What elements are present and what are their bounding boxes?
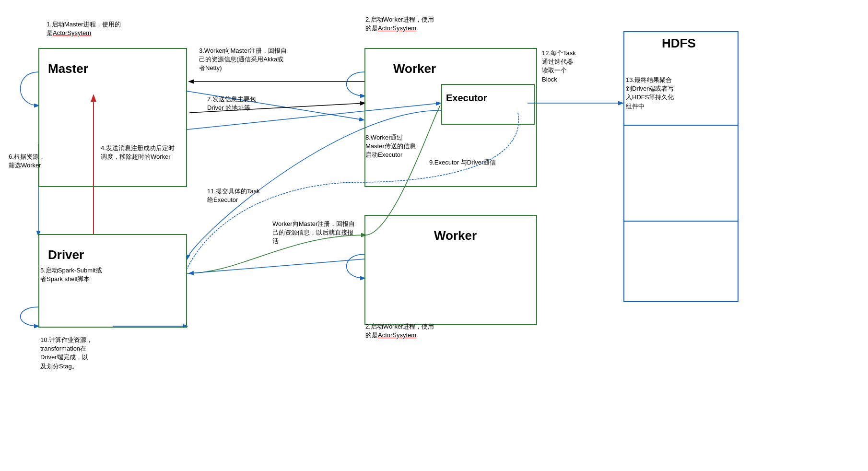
annotation-12: 12.每个Task通过迭代器读取一个Block xyxy=(542,49,576,84)
executor-label: Executor xyxy=(446,93,487,104)
annotation-10: 10.计算作业资源，transformation在Driver端完成，以及划分S… xyxy=(40,336,93,371)
annotation-1: 1.启动Master进程，使用的是ActorSysytem xyxy=(47,20,121,37)
annotation-2-top: 2.启动Worker进程，使用的是ActorSysytem xyxy=(365,15,434,33)
hdfs-box xyxy=(623,31,739,302)
worker-bottom-label: Worker xyxy=(434,228,477,243)
executor-box xyxy=(441,84,535,125)
hdfs-label: HDFS xyxy=(662,36,696,51)
driver-label: Driver xyxy=(48,247,84,262)
annotation-4: 4.发送消息注册成功后定时调度，移除超时的Worker xyxy=(101,144,175,161)
annotation-11: 11.提交具体的Task给Executor xyxy=(207,187,260,204)
annotation-13: 13.最终结果聚合到Driver端或者写入HDFS等持久化组件中 xyxy=(626,76,674,111)
annotation-9: 9.Executor 与Driver通信 xyxy=(429,158,496,167)
annotation-2-bottom: 2.启动Worker进程，使用的是ActorSysytem xyxy=(365,322,434,340)
annotation-3: 3.Worker向Master注册，回报自己的资源信息(通信采用Akka或者Ne… xyxy=(199,47,287,73)
annotation-5: 5.启动Spark-Submit或者Spark shell脚本 xyxy=(40,266,102,283)
master-label: Master xyxy=(48,61,88,76)
annotation-7: 7.发送信息主要包Driver 的地址等 xyxy=(207,95,256,112)
annotation-6: 6.根据资源，筛选Worker xyxy=(9,153,45,170)
annotation-worker-reg: Worker向Master注册，回报自己的资源信息，以后就直接报活 xyxy=(272,220,355,246)
diagram: Master Driver Worker Executor Worker HDF… xyxy=(0,0,868,471)
svg-line-8 xyxy=(189,259,364,273)
worker-top-label: Worker xyxy=(393,61,436,76)
annotation-8: 8.Worker通过Master传送的信息启动Executor xyxy=(365,133,416,160)
